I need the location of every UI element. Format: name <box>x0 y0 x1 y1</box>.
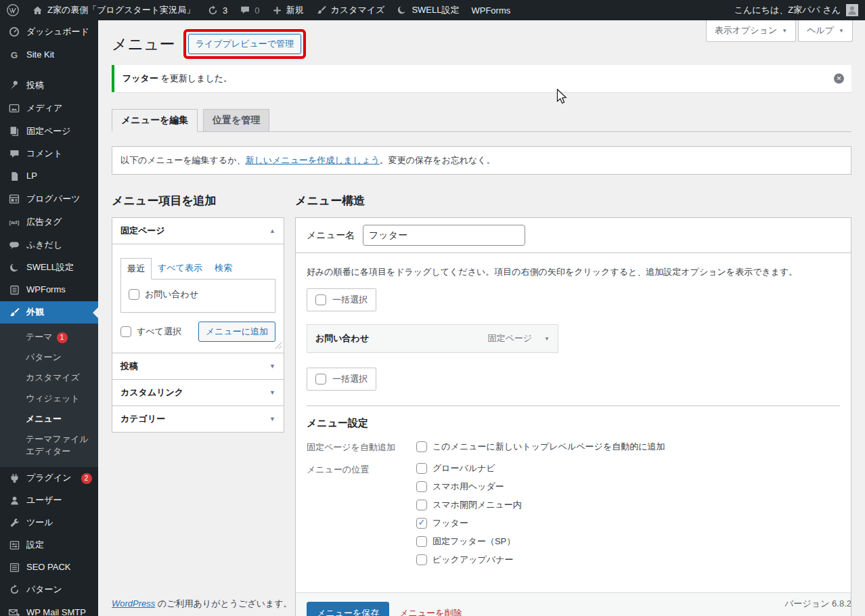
bulk-select-toggle[interactable]: 一括選択 <box>307 288 376 311</box>
wrench-icon <box>7 517 21 529</box>
location-pickup-banner[interactable]: ピックアップバナー <box>416 554 522 566</box>
site-name: Z家の裏側「ブログスタート実況局」 <box>47 4 195 16</box>
checkbox[interactable] <box>416 481 427 492</box>
avatar[interactable] <box>846 4 858 16</box>
checkbox[interactable] <box>129 289 139 300</box>
comments-button[interactable]: 0 <box>234 0 265 20</box>
tab-edit-menus[interactable]: メニューを編集 <box>112 109 198 132</box>
sidebar-item-seopack[interactable]: SEO PACK <box>0 556 98 579</box>
sidebar-item-dashboard[interactable]: ダッシュボード <box>0 20 98 43</box>
page-checkbox-row[interactable]: お問い合わせ <box>129 288 267 301</box>
checkbox[interactable] <box>416 554 427 565</box>
sidebar-item-wpforms[interactable]: WPForms <box>0 279 98 301</box>
swell-settings-button[interactable]: SWELL設定 <box>391 0 465 20</box>
chevron-down-icon[interactable]: ▼ <box>269 389 275 396</box>
chevron-down-icon[interactable]: ▼ <box>544 336 550 342</box>
chevron-down-icon[interactable]: ▼ <box>269 416 275 422</box>
sidebar-item-plugins[interactable]: プラグイン 2 <box>0 467 98 489</box>
custom-links-accordion-header[interactable]: カスタムリンク ▼ <box>112 380 284 405</box>
wpforms-bar-label: WPForms <box>471 5 510 16</box>
bulk-select-checkbox[interactable] <box>315 294 326 305</box>
sidebar-item-sitekit[interactable]: G Site Kit <box>0 43 98 66</box>
checkbox[interactable] <box>416 536 427 547</box>
help-button[interactable]: ヘルプ ▼ <box>798 20 853 42</box>
sidebar-item-tools[interactable]: ツール <box>0 512 98 534</box>
checkbox[interactable] <box>416 500 427 510</box>
tab-manage-locations[interactable]: 位置を管理 <box>203 109 269 132</box>
location-global-nav[interactable]: グローバルナビ <box>416 462 522 475</box>
chevron-down-icon[interactable]: ▼ <box>269 363 275 370</box>
menu-locations-label: メニューの位置 <box>307 462 416 566</box>
submenu-item-widgets[interactable]: ウィジェット <box>0 389 98 409</box>
checkbox[interactable] <box>416 463 427 474</box>
sidebar-item-pattern[interactable]: パターン <box>0 579 98 601</box>
dashboard-icon <box>7 26 21 38</box>
tab-most-recent[interactable]: 最近 <box>120 258 152 280</box>
customize-button[interactable]: カスタマイズ <box>310 0 391 20</box>
sidebar-item-settings[interactable]: 設定 <box>0 534 98 556</box>
sidebar-item-comments[interactable]: コメント <box>0 143 98 165</box>
chevron-up-icon[interactable]: ▲ <box>269 227 275 234</box>
submenu-item-patterns[interactable]: パターン <box>0 347 98 368</box>
submenu-item-customize[interactable]: カスタマイズ <box>0 368 98 388</box>
envelope-icon <box>7 607 21 616</box>
updates-button[interactable]: 3 <box>201 0 234 20</box>
dismiss-notice-icon[interactable]: ✕ <box>834 74 844 84</box>
sidebar-item-swell[interactable]: SWELL設定 <box>0 257 98 279</box>
sidebar-item-adtag[interactable]: [ad] 広告タグ <box>0 211 98 234</box>
bulk-select-checkbox[interactable] <box>315 374 326 384</box>
sidebar-item-users[interactable]: ユーザー <box>0 489 98 512</box>
media-icon <box>7 102 21 114</box>
brush-icon <box>316 5 327 16</box>
sidebar-item-appearance[interactable]: 外観 <box>0 301 98 324</box>
menu-item-type: 固定ページ <box>487 332 532 345</box>
pages-filter-tabs: 最近 すべて表示 検索 <box>120 258 275 280</box>
sidebar-item-posts[interactable]: 投稿 <box>0 74 98 97</box>
account-greeting[interactable]: こんにちは、Z家パパ さん <box>734 4 841 16</box>
add-to-menu-button[interactable]: メニューに追加 <box>198 322 275 342</box>
location-fixed-footer-sp[interactable]: 固定フッター（SP） <box>416 535 522 548</box>
sidebar-item-media[interactable]: メディア <box>0 97 98 120</box>
posts-accordion-header[interactable]: 投稿 ▼ <box>112 353 284 379</box>
location-sp-drawer[interactable]: スマホ開閉メニュー内 <box>416 499 522 511</box>
auto-add-option[interactable]: このメニューに新しいトップレベルページを自動的に追加 <box>416 440 665 454</box>
submenu-item-theme-editor[interactable]: テーマファイルエディター <box>0 429 98 462</box>
site-name-link[interactable]: Z家の裏側「ブログスタート実況局」 <box>26 0 201 20</box>
select-all-checkbox[interactable] <box>120 326 131 337</box>
menu-settings-heading: メニュー設定 <box>307 417 840 430</box>
admin-bar: Z家の裏側「ブログスタート実況局」 3 0 新規 カスタマイズ SWELL設定 … <box>0 0 865 20</box>
sidebar-item-wpmailsmtp[interactable]: WP Mail SMTP <box>0 601 98 616</box>
sliders-icon <box>7 540 21 551</box>
submenu-item-themes[interactable]: テーマ1 <box>0 327 98 347</box>
location-sp-header[interactable]: スマホ用ヘッダー <box>416 481 522 493</box>
pages-postbox-header[interactable]: 固定ページ ▲ <box>112 218 284 244</box>
auto-add-checkbox[interactable] <box>416 441 427 452</box>
location-footer[interactable]: フッター <box>416 517 522 529</box>
live-preview-manage-button[interactable]: ライブプレビューで管理 <box>188 34 301 54</box>
page-title: メニュー <box>112 34 175 55</box>
sidebar-item-blogparts[interactable]: ブログパーツ <box>0 188 98 211</box>
create-new-menu-link[interactable]: 新しいメニューを作成しましょう <box>245 155 379 165</box>
submenu-item-menus[interactable]: メニュー <box>0 409 98 429</box>
resize-handle[interactable] <box>275 341 282 351</box>
notice-subject: フッター <box>123 73 158 83</box>
screen-options-button[interactable]: 表示オプション ▼ <box>706 20 796 42</box>
checkbox[interactable] <box>416 518 427 529</box>
categories-accordion-header[interactable]: カテゴリー ▼ <box>112 406 284 432</box>
select-all-row[interactable]: すべて選択 <box>120 326 181 338</box>
tab-view-all[interactable]: すべて表示 <box>152 258 208 280</box>
wpforms-bar-button[interactable]: WPForms <box>465 0 516 20</box>
sidebar-item-lp[interactable]: LP <box>0 165 98 188</box>
pages-checklist: お問い合わせ <box>120 279 275 313</box>
plugins-update-badge: 2 <box>81 473 92 484</box>
sidebar-item-pages[interactable]: 固定ページ <box>0 120 98 143</box>
bulk-select-toggle-bottom[interactable]: 一括選択 <box>307 368 376 391</box>
new-content-button[interactable]: 新規 <box>266 0 310 20</box>
menu-item-bar[interactable]: お問い合わせ 固定ページ ▼ <box>307 324 558 353</box>
sidebar-item-fukidashi[interactable]: ふきだし <box>0 234 98 257</box>
document-icon <box>7 171 21 182</box>
wordpress-footer-link[interactable]: WordPress <box>112 598 155 609</box>
menu-name-input[interactable] <box>363 225 525 246</box>
tab-search[interactable]: 検索 <box>208 258 238 280</box>
wordpress-menu-button[interactable] <box>0 0 26 20</box>
